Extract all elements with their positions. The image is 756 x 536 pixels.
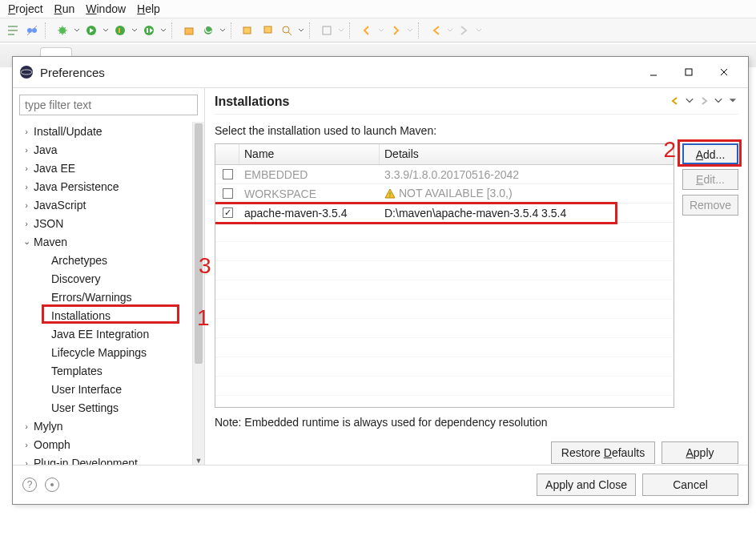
row-checkbox-cell: [215, 208, 239, 218]
col-name[interactable]: Name: [239, 144, 380, 164]
tree-item-label: Java Persistence: [34, 180, 119, 193]
menu-run[interactable]: Run: [54, 2, 75, 15]
skip-breakpoints-icon[interactable]: [24, 22, 40, 38]
tree-item-label: User Interface: [51, 383, 122, 396]
table-row[interactable]: WORKSPACENOT AVAILABLE [3.0,): [215, 184, 674, 204]
new-package-icon[interactable]: [181, 22, 197, 38]
import-export-icon[interactable]: [45, 478, 59, 492]
fwd-history-icon[interactable]: [456, 22, 472, 38]
chevron-right-icon[interactable]: ›: [21, 219, 32, 228]
tree-item-oomph[interactable]: ›Oomph: [13, 435, 204, 453]
row-details-text: NOT AVAILABLE [3.0,): [399, 187, 513, 199]
help-icon[interactable]: ?: [22, 478, 37, 492]
chevron-right-icon[interactable]: ›: [21, 127, 32, 136]
open-type-icon[interactable]: [240, 22, 256, 38]
svg-point-24: [50, 483, 54, 486]
tree-item-templates[interactable]: Templates: [13, 361, 204, 380]
tree-item-javascript[interactable]: ›JavaScript: [13, 195, 204, 214]
tree-item-java-persistence[interactable]: ›Java Persistence: [13, 177, 204, 195]
run-icon[interactable]: [83, 22, 99, 38]
chevron-right-icon[interactable]: ›: [21, 163, 32, 173]
view-menu-icon[interactable]: [727, 95, 738, 109]
row-details-text: D:\maven\apache-maven-3.5.4 3.5.4: [384, 207, 566, 220]
row-checkbox[interactable]: [223, 208, 233, 218]
run-last-dropdown-icon[interactable]: [160, 27, 167, 34]
preferences-tree[interactable]: ›Install/Update›Java›Java EE›Java Persis…: [13, 122, 204, 465]
search-icon[interactable]: [279, 22, 295, 38]
tree-item-label: Mylyn: [34, 420, 63, 433]
tree-item-user-settings[interactable]: User Settings: [13, 398, 204, 417]
coverage-icon[interactable]: [112, 22, 128, 38]
chevron-right-icon[interactable]: ›: [21, 421, 32, 431]
scroll-down-icon[interactable]: ▼: [193, 457, 204, 465]
open-task-icon[interactable]: [259, 22, 275, 38]
run-last-icon[interactable]: [141, 22, 157, 38]
chevron-right-icon[interactable]: ›: [21, 182, 32, 191]
nav-fwd-drop[interactable]: [407, 27, 413, 34]
tree-item-archetypes[interactable]: Archetypes: [13, 251, 204, 269]
toolbar-btn-1[interactable]: [5, 22, 21, 38]
row-checkbox[interactable]: [223, 169, 233, 179]
tree-item-plug-in-development[interactable]: ›Plug-in Development: [13, 453, 204, 465]
chevron-right-icon[interactable]: ›: [21, 440, 32, 449]
back-history-icon[interactable]: [428, 22, 444, 38]
cancel-button[interactable]: Cancel: [642, 474, 738, 496]
toolbar-drop-a[interactable]: [338, 27, 344, 34]
nav-fwd-menu-icon[interactable]: [713, 95, 724, 109]
nav-back-menu-icon[interactable]: [684, 95, 695, 109]
tree-item-java[interactable]: ›Java: [13, 140, 204, 159]
coverage-dropdown-icon[interactable]: [131, 27, 138, 34]
nav-fwd-icon[interactable]: [698, 95, 710, 109]
svg-point-1: [32, 28, 37, 33]
scrollbar-thumb[interactable]: [195, 123, 203, 364]
app-menubar: Project Run Window Help: [0, 0, 756, 18]
run-dropdown-icon[interactable]: [103, 27, 109, 34]
toolbar-btn-a[interactable]: [319, 22, 335, 38]
back-history-drop[interactable]: [447, 27, 453, 34]
chevron-down-icon[interactable]: ⌄: [21, 236, 32, 247]
close-button[interactable]: [706, 62, 742, 83]
nav-back-icon[interactable]: [670, 95, 681, 109]
filter-input[interactable]: [20, 95, 197, 115]
chevron-right-icon[interactable]: ›: [21, 458, 32, 465]
debug-dropdown-icon[interactable]: [74, 27, 80, 34]
restore-defaults-button[interactable]: Restore Defaults: [551, 441, 655, 464]
row-details: D:\maven\apache-maven-3.5.4 3.5.4: [380, 207, 674, 220]
remove-button: Remove: [682, 195, 738, 216]
maximize-button[interactable]: [671, 62, 706, 83]
tree-item-mylyn[interactable]: ›Mylyn: [13, 417, 204, 435]
nav-back-drop[interactable]: [378, 27, 384, 34]
debug-icon[interactable]: [54, 22, 70, 38]
search-dropdown-icon[interactable]: [298, 27, 304, 34]
col-details[interactable]: Details: [380, 144, 674, 164]
tree-item-java-ee[interactable]: ›Java EE: [13, 159, 204, 177]
new-class-icon[interactable]: C: [200, 22, 216, 38]
tree-item-discovery[interactable]: Discovery: [13, 269, 204, 288]
menu-help[interactable]: Help: [137, 2, 160, 15]
apply-button[interactable]: Apply: [662, 441, 738, 464]
row-checkbox[interactable]: [223, 188, 233, 199]
nav-back-icon[interactable]: [359, 22, 375, 38]
tree-item-maven[interactable]: ⌄Maven: [13, 232, 204, 251]
tree-scrollbar[interactable]: ▲ ▼: [192, 122, 204, 465]
menu-window[interactable]: Window: [86, 2, 126, 15]
tree-item-java-ee-integration[interactable]: Java EE Integration: [13, 324, 204, 343]
chevron-right-icon[interactable]: ›: [21, 145, 32, 155]
add-button[interactable]: Add...: [682, 143, 738, 164]
tree-item-json[interactable]: ›JSON: [13, 214, 204, 232]
tree-item-user-interface[interactable]: User Interface: [13, 380, 204, 398]
new-class-dropdown-icon[interactable]: [219, 27, 226, 34]
menu-project[interactable]: Project: [8, 2, 43, 15]
tree-item-install-update[interactable]: ›Install/Update: [13, 122, 204, 140]
chevron-right-icon[interactable]: ›: [21, 200, 32, 210]
nav-fwd-toolbar-icon[interactable]: [388, 22, 404, 38]
tree-item-errors-warnings[interactable]: Errors/Warnings: [13, 288, 204, 306]
minimize-button[interactable]: [636, 62, 671, 83]
table-row[interactable]: apache-maven-3.5.4D:\maven\apache-maven-…: [215, 204, 674, 223]
tree-item-lifecycle-mappings[interactable]: Lifecycle Mappings: [13, 343, 204, 361]
tree-item-installations[interactable]: Installations: [13, 306, 204, 324]
tree-item-label: Install/Update: [34, 125, 103, 138]
apply-and-close-button[interactable]: Apply and Close: [537, 474, 636, 496]
table-row[interactable]: EMBEDDED3.3.9/1.8.0.20170516-2042: [215, 165, 674, 184]
fwd-history-drop[interactable]: [476, 27, 482, 34]
